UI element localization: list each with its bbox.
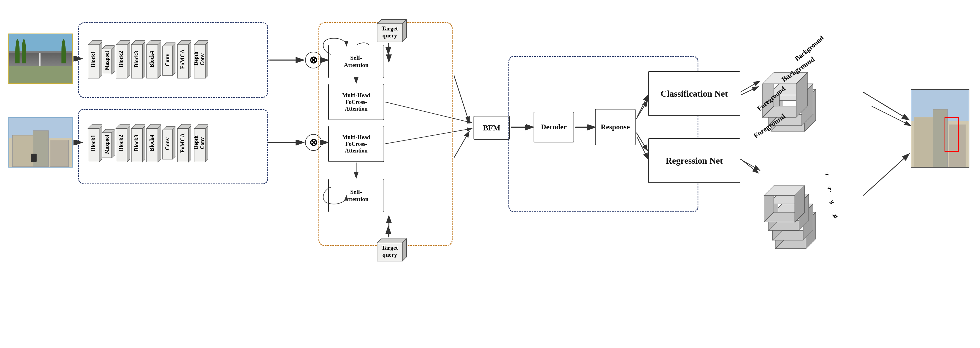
target-query-top: Targetquery xyxy=(372,17,408,47)
block4-top: Block4 xyxy=(143,36,161,82)
svg-marker-68 xyxy=(377,19,406,24)
output-stack-bottom: x y w h xyxy=(760,154,832,261)
svg-marker-72 xyxy=(402,239,406,261)
svg-marker-69 xyxy=(402,19,406,42)
block4-bottom-label: Block4 xyxy=(148,135,155,151)
svg-line-17 xyxy=(740,159,760,170)
self-attention-bottom-label: Self-Attention xyxy=(344,188,369,203)
multiply-symbol-top: ⊗ xyxy=(309,54,318,66)
block2-top-label: Block2 xyxy=(118,51,124,68)
multihead-top: Multi-HeadFoCross-Attention xyxy=(328,84,384,120)
svg-line-18 xyxy=(872,106,911,126)
fomca-top: FoMCA xyxy=(173,36,191,82)
maxpool-bottom-label: Maxpool xyxy=(104,135,110,154)
decoder-box: Decoder xyxy=(534,112,574,143)
multiply-symbol-bottom: ⊗ xyxy=(309,137,318,148)
fomca-top-label: FoMCA xyxy=(179,49,186,69)
block3-top-label: Block3 xyxy=(133,51,139,68)
svg-line-10 xyxy=(454,75,469,123)
decoder-label: Decoder xyxy=(541,122,566,131)
classification-net-box: Classification Net xyxy=(648,71,740,116)
svg-marker-66 xyxy=(205,124,208,162)
multihead-bottom-label: Multi-HeadFoCross-Attention xyxy=(342,134,370,154)
multihead-bottom: Multi-HeadFoCross-Attention xyxy=(328,126,384,162)
bfm-box: BFM xyxy=(474,116,510,140)
self-attention-top-label: Self-Attention xyxy=(344,54,369,69)
depthconv-top: DepthConv xyxy=(190,36,208,82)
fomca-bottom: FoMCA xyxy=(173,120,191,166)
svg-marker-42 xyxy=(205,40,208,78)
output-image xyxy=(911,89,969,168)
block4-top-label: Block4 xyxy=(148,51,155,68)
output-stack-top: Background Foreground Background Foregro… xyxy=(754,33,832,146)
self-attention-top: Self-Attention xyxy=(328,44,384,78)
conv-bottom-label: Conv xyxy=(164,137,171,150)
bfm-label: BFM xyxy=(483,123,500,133)
svg-line-11 xyxy=(454,131,469,158)
response-label: Response xyxy=(601,122,630,131)
regression-net-label: Regression Net xyxy=(666,155,723,166)
svg-line-103 xyxy=(863,92,909,120)
block1-top-label: Block1 xyxy=(90,51,96,68)
block2-bottom-label: Block2 xyxy=(118,135,124,151)
depthconv-bottom: DepthConv xyxy=(190,120,208,166)
fomca-bottom-label: FoMCA xyxy=(179,133,186,153)
multihead-top-label: Multi-HeadFoCross-Attention xyxy=(342,92,370,112)
self-attention-bottom: Self-Attention xyxy=(328,179,384,212)
target-query-bottom-label: Targetquery xyxy=(377,245,402,258)
conv-top-label: Conv xyxy=(164,54,171,67)
depthconv-bottom-label: DepthConv xyxy=(193,135,205,149)
svg-marker-71 xyxy=(377,239,406,243)
maxpool-top-label: Maxpool xyxy=(104,51,110,70)
target-query-bottom: Targetquery xyxy=(372,236,408,267)
svg-line-104 xyxy=(863,154,909,195)
block4-bottom: Block4 xyxy=(143,120,161,166)
block1-bottom-label: Block1 xyxy=(90,135,96,151)
regression-net-box: Regression Net xyxy=(648,138,740,183)
diagram-container: Block1 Maxpool Block2 Block3 xyxy=(0,0,980,348)
input-image-bottom xyxy=(8,117,73,168)
svg-line-115 xyxy=(741,159,759,173)
target-query-top-label: Targetquery xyxy=(377,25,402,39)
block3-bottom-label: Block3 xyxy=(133,135,139,151)
classification-net-label: Classification Net xyxy=(661,88,728,99)
input-image-top xyxy=(8,33,73,84)
depthconv-top-label: DepthConv xyxy=(193,52,205,66)
response-box: Response xyxy=(595,109,636,145)
